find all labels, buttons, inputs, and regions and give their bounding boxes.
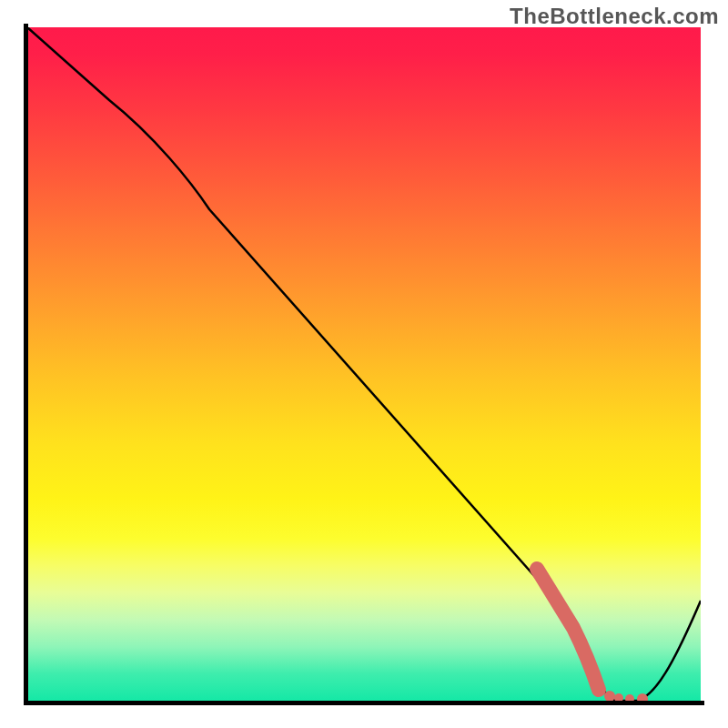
y-axis (24, 24, 28, 704)
highlight-segment-main (537, 569, 599, 690)
watermark-text: TheBottleneck.com (510, 4, 719, 29)
highlight-dot (614, 693, 623, 701)
x-axis (24, 701, 704, 705)
chart-container: TheBottleneck.com (0, 0, 728, 728)
highlight-dot (625, 694, 634, 701)
bottleneck-curve (27, 27, 701, 701)
chart-svg (27, 27, 701, 701)
